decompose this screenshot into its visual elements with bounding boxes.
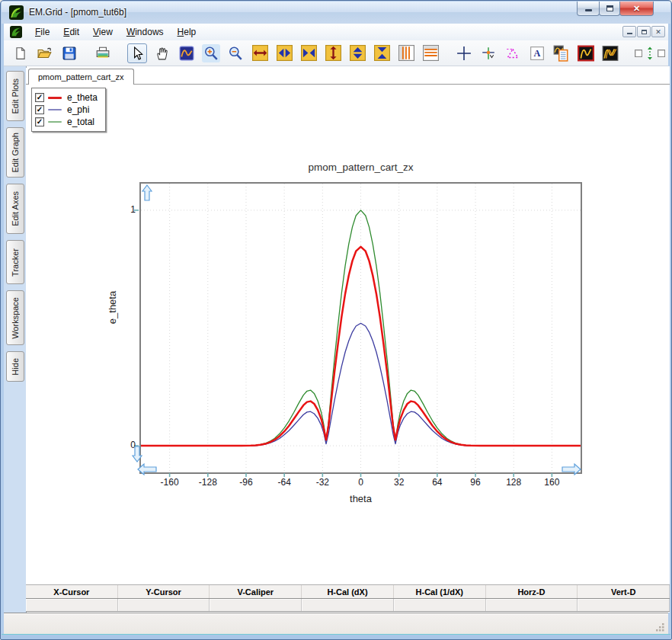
menu-edit[interactable]: Edit — [56, 25, 86, 39]
legend-item-e_theta: ✓e_theta — [35, 91, 98, 104]
crosshair-button[interactable] — [455, 44, 473, 62]
legend-checkbox-e_phi[interactable]: ✓ — [35, 105, 44, 114]
maximize-button[interactable] — [599, 2, 620, 16]
vertical-spacing-checkbox-left[interactable] — [635, 50, 642, 57]
y-axis-label: e_theta — [107, 277, 118, 338]
text-annotation-button[interactable]: A — [528, 44, 546, 62]
plot-area[interactable] — [141, 184, 581, 472]
stretch-vertical-button[interactable] — [348, 44, 366, 62]
curve-e_phi — [141, 323, 581, 446]
plot-canvas: ✓e_theta✓e_phi✓e_total pmom_pattern_cart… — [26, 85, 670, 584]
horizontal-sections-button[interactable] — [421, 44, 440, 62]
mdi-close-button[interactable]: ✕ — [651, 26, 665, 37]
legend-item-e_total: ✓e_total — [35, 116, 98, 128]
window-title: EM.Grid - [pmom_tut6b] — [29, 7, 126, 18]
expand-horizontal-button[interactable] — [251, 44, 269, 62]
legend-checkbox-e_theta[interactable]: ✓ — [35, 93, 44, 102]
save-button[interactable] — [60, 44, 78, 62]
sidebar-tab-label: Workspace — [11, 297, 20, 339]
y-axis-scale-handle[interactable] — [142, 184, 152, 201]
y-tick-label-0: 0 — [105, 440, 136, 450]
legend-swatch — [48, 97, 62, 99]
mdi-minimize-icon — [627, 33, 632, 34]
sidebar-tab-tracker[interactable]: Tracker — [6, 240, 24, 284]
sidebar-tab-edit-axes[interactable]: Edit Axes — [6, 184, 24, 234]
tab-pmom-pattern-cart-zx[interactable]: pmom_pattern_cart_zx — [28, 69, 134, 85]
legend-item-e_phi: ✓e_phi — [35, 104, 98, 116]
app-icon — [9, 5, 24, 20]
stretch-horizontal-button[interactable] — [275, 44, 293, 62]
sidebar: Edit PlotsEdit GraphEdit AxesTrackerWork… — [4, 66, 26, 613]
readout-header-v-caliper: V-Caliper — [210, 585, 302, 598]
sidebar-tab-label: Edit Graph — [11, 133, 20, 173]
readout-header-h-cal-1-dx-: H-Cal (1/dX) — [394, 585, 486, 598]
print-button[interactable] — [94, 44, 112, 62]
sidebar-tab-hide[interactable]: Hide — [6, 351, 24, 382]
y-tick-label-1: 1 — [105, 204, 136, 215]
readout-header-horz-d: Horz-D — [486, 585, 578, 598]
y-axis-origin-handle[interactable] — [132, 446, 142, 462]
vertical-sections-button[interactable] — [397, 44, 415, 62]
x-tick-label-160: 160 — [529, 477, 574, 488]
minimize-icon — [585, 9, 592, 11]
readout-header-vert-d: Vert-D — [578, 585, 670, 598]
menu-view[interactable]: View — [86, 25, 120, 39]
mdi-restore-button[interactable] — [637, 26, 651, 37]
caliper-button[interactable] — [504, 44, 522, 62]
open-file-button[interactable] — [36, 44, 54, 62]
legend-swatch — [48, 109, 62, 110]
mdi-restore-icon — [642, 30, 647, 34]
vertical-spacing-checkbox-right[interactable] — [658, 50, 665, 57]
chart-title: pmom_pattern_cart_zx — [139, 162, 582, 173]
mdi-minimize-button[interactable] — [622, 26, 636, 37]
close-icon: ✕ — [633, 5, 640, 13]
tab-strip: pmom_pattern_cart_zx — [26, 68, 670, 85]
readout-value — [394, 599, 486, 611]
legend-label: e_phi — [67, 104, 89, 115]
new-file-button[interactable] — [11, 44, 30, 62]
plot-frame[interactable] — [139, 182, 582, 474]
menu-file[interactable]: File — [28, 25, 56, 39]
app-window: EM.Grid - [pmom_tut6b] ✕ FileEditViewWin… — [0, 0, 672, 640]
sidebar-tab-edit-graph[interactable]: Edit Graph — [6, 127, 24, 178]
mdi-controls: ✕ — [622, 26, 665, 37]
close-button[interactable]: ✕ — [619, 2, 654, 16]
pan-tool-button[interactable] — [153, 44, 171, 62]
minimize-button[interactable] — [577, 2, 600, 16]
legend-swatch — [48, 121, 62, 123]
legend-label: e_theta — [67, 92, 98, 103]
readout-value — [210, 599, 302, 611]
readout-value — [578, 599, 670, 611]
plot-view-button[interactable] — [178, 44, 196, 62]
document-icon[interactable] — [10, 26, 22, 38]
select-tool-button[interactable] — [127, 43, 147, 63]
sidebar-tab-label: Edit Axes — [11, 191, 20, 226]
status-bar — [4, 613, 668, 635]
cursor-readout-table: X-CursorY-CursorV-CaliperH-Cal (dX)H-Cal… — [26, 584, 670, 612]
resize-grip[interactable] — [655, 622, 665, 632]
multi-curve-button[interactable] — [601, 44, 619, 62]
sidebar-tab-edit-plots[interactable]: Edit Plots — [6, 71, 24, 121]
tracker-button[interactable] — [479, 44, 498, 62]
zoom-in-button[interactable] — [202, 44, 220, 62]
maximize-icon — [606, 5, 613, 11]
shrink-horizontal-button[interactable] — [299, 44, 318, 62]
single-curve-button[interactable] — [577, 44, 595, 62]
menu-items: FileEditViewWindowsHelp — [28, 24, 203, 40]
menu-windows[interactable]: Windows — [120, 25, 171, 39]
expand-vertical-button[interactable] — [324, 44, 342, 62]
zoom-out-button[interactable] — [226, 44, 245, 62]
menu-help[interactable]: Help — [171, 25, 203, 39]
curve-e_total — [141, 210, 581, 446]
sidebar-tab-label: Hide — [11, 358, 20, 376]
x-axis-origin-handle[interactable] — [137, 463, 157, 475]
readout-header-h-cal-dx-: H-Cal (dX) — [302, 585, 394, 598]
vertical-spacing-control[interactable] — [635, 46, 665, 61]
legend-checkbox-e_total[interactable]: ✓ — [35, 117, 44, 126]
plot-report-button[interactable] — [552, 44, 571, 62]
shrink-vertical-button[interactable] — [373, 44, 391, 62]
sidebar-tab-workspace[interactable]: Workspace — [6, 290, 24, 345]
window-controls: ✕ — [578, 2, 654, 16]
sidebar-tab-label: Tracker — [11, 248, 20, 277]
x-axis-scale-handle[interactable] — [562, 463, 581, 475]
